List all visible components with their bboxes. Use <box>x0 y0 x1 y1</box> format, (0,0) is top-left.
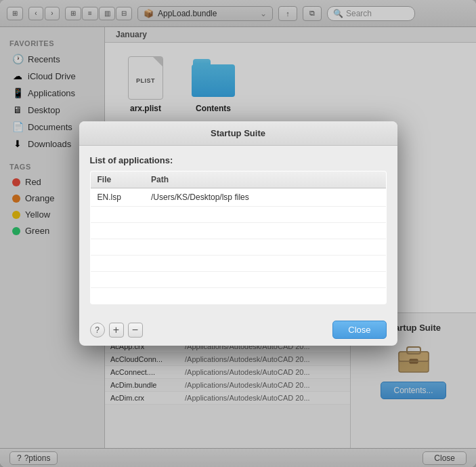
modal-footer-left: ? + − <box>90 323 143 338</box>
table-row <box>90 256 386 272</box>
modal-row-path: /Users/KS/Desktop/lsp files <box>144 188 386 207</box>
modal-body: List of applications: File Path EN.lsp /… <box>79 146 397 314</box>
modal-title: Startup Suite <box>211 128 265 138</box>
table-row <box>90 239 386 256</box>
modal-row-file: EN.lsp <box>90 188 144 207</box>
modal-overlay: Startup Suite List of applications: File… <box>0 0 476 467</box>
modal-subtitle: List of applications: <box>90 155 387 165</box>
modal-table: File Path EN.lsp /Users/KS/Desktop/lsp f… <box>90 171 387 304</box>
table-row <box>90 288 386 304</box>
modal-remove-button[interactable]: − <box>128 323 143 338</box>
modal-add-button[interactable]: + <box>109 323 124 338</box>
modal-help-button[interactable]: ? <box>90 323 105 338</box>
modal-titlebar: Startup Suite <box>79 121 397 146</box>
table-row[interactable]: EN.lsp /Users/KS/Desktop/lsp files <box>90 188 386 207</box>
startup-suite-modal: Startup Suite List of applications: File… <box>79 121 397 346</box>
table-row <box>90 223 386 239</box>
table-header-row: File Path <box>90 171 386 188</box>
modal-close-button[interactable]: Close <box>332 321 386 339</box>
col-header-path: Path <box>144 171 386 188</box>
table-row <box>90 207 386 223</box>
col-header-file: File <box>90 171 144 188</box>
modal-footer: ? + − Close <box>79 314 397 346</box>
table-row <box>90 272 386 288</box>
